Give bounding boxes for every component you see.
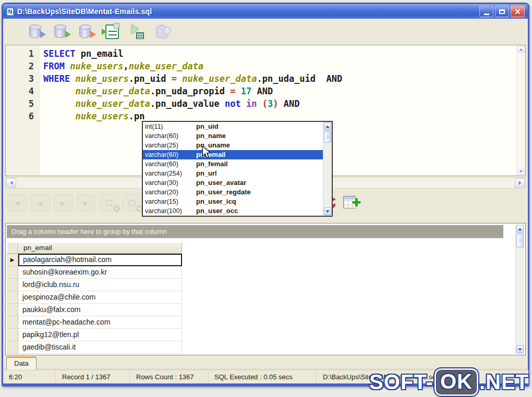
- tab-strip-divider: [3, 369, 528, 369]
- maximize-button[interactable]: [495, 6, 509, 17]
- minimize-icon: [484, 14, 489, 15]
- code-text: SELECT pn_email: [40, 47, 124, 60]
- maximize-icon: [499, 9, 505, 14]
- table-row[interactable]: ▶paolagarciah@hotmail.com: [7, 254, 182, 266]
- title-bar[interactable]: D:\BackUps\SiteDB\Mentat-Emails.sql ✕: [3, 4, 528, 19]
- line-number: 2: [6, 60, 40, 72]
- database-cylinder-icon: [54, 24, 66, 38]
- email-cell[interactable]: papikg12@tlen.pl: [18, 329, 182, 341]
- table-row[interactable]: suhosin@koreaexim.go.kr: [7, 266, 182, 279]
- grid-scroll-down-icon[interactable]: [516, 345, 524, 353]
- autocomplete-item[interactable]: varchar(30)pn_user_avatar: [143, 178, 323, 188]
- code-line[interactable]: 4 nuke_user_data.pn_uda_propid = 17 AND: [6, 85, 525, 97]
- email-cell[interactable]: lord@iclub.nsu.ru: [18, 279, 182, 291]
- autocomplete-item[interactable]: int(11)pn_uid: [143, 122, 323, 131]
- group-by-panel[interactable]: Drag a column header here to group by th…: [7, 225, 503, 238]
- close-button[interactable]: ✕: [511, 6, 525, 17]
- code-line[interactable]: 5 nuke_user_data.pn_uda_value not in (3)…: [6, 97, 525, 110]
- grid-scroll-up-icon[interactable]: [516, 225, 524, 233]
- row-indicator-header: [7, 242, 18, 254]
- autocomplete-item[interactable]: varchar(25)pn_uname: [143, 141, 323, 150]
- scroll-down-icon[interactable]: [517, 168, 525, 175]
- scroll-right-icon[interactable]: [515, 178, 525, 188]
- autocomplete-item[interactable]: varchar(20)pn_user_regdate: [143, 188, 323, 197]
- column-type: int(11): [143, 122, 196, 131]
- row-indicator: [7, 279, 18, 291]
- execute-update-button[interactable]: [77, 22, 97, 42]
- status-bar: 6:20 Record 1 / 1367 Rows Count : 1367 S…: [3, 370, 528, 383]
- column-name: pn_url: [196, 169, 217, 178]
- email-cell[interactable]: mentat@pc-headache.com: [18, 316, 182, 329]
- dropdown-scroll-thumb[interactable]: [324, 131, 331, 143]
- status-time: 6:20: [3, 370, 56, 383]
- grid-scroll-thumb[interactable]: [516, 234, 524, 247]
- column-header-pn-email[interactable]: pn_email: [18, 242, 182, 254]
- prior-record-button[interactable]: ◄: [30, 194, 50, 212]
- badge-icon: +: [113, 205, 120, 212]
- scroll-up-icon[interactable]: [517, 46, 525, 53]
- editor-vertical-scrollbar[interactable]: [516, 45, 525, 176]
- autocomplete-item[interactable]: varchar(60)pn_name: [143, 131, 323, 141]
- grid-vertical-scrollbar[interactable]: [515, 225, 524, 354]
- app-window: D:\BackUps\SiteDB\Mentat-Emails.sql ✕ 1S…: [2, 3, 529, 387]
- status-sql-executed: SQL Executed : 0.05 secs: [209, 370, 317, 383]
- code-text: WHERE nuke_users.pn_uid = nuke_user_data…: [40, 72, 342, 85]
- delete-record-button[interactable]: ▢✕: [122, 194, 142, 212]
- column-type: varchar(254): [143, 169, 196, 178]
- code-line[interactable]: 1SELECT pn_email: [6, 47, 525, 60]
- line-number: 1: [6, 47, 40, 60]
- email-cell[interactable]: gaedib@tiscali.it: [18, 341, 182, 354]
- row-indicator: [7, 329, 18, 341]
- scroll-left-icon[interactable]: [6, 178, 16, 188]
- row-indicator: [7, 266, 18, 279]
- mouse-cursor-icon: [201, 146, 213, 158]
- export-grid-button[interactable]: ✚: [343, 195, 359, 209]
- edit-mode-button[interactable]: [152, 22, 172, 42]
- table-row[interactable]: papikg12@tlen.pl: [7, 329, 182, 341]
- code-line[interactable]: 2FROM nuke_users,nuke_user_data: [6, 60, 525, 72]
- tab-data[interactable]: Data: [6, 356, 37, 369]
- column-type: varchar(30): [143, 178, 196, 188]
- column-name: pn_user_regdate: [196, 188, 251, 197]
- autocomplete-item[interactable]: varchar(60)pn_email: [143, 150, 323, 159]
- insert-record-button[interactable]: ▢+: [99, 194, 119, 212]
- minimize-button[interactable]: [479, 6, 493, 17]
- email-cell[interactable]: joespinoza@chile.com: [18, 291, 182, 304]
- explain-plan-button[interactable]: [127, 22, 147, 42]
- dropdown-scroll-up-icon[interactable]: [324, 122, 331, 130]
- edit-mode-icon: [156, 25, 168, 39]
- row-indicator: [7, 316, 18, 329]
- dropdown-scroll-down-icon[interactable]: [324, 207, 331, 215]
- column-name: pn_user_avatar: [196, 178, 246, 188]
- email-cell[interactable]: paukku@falx.com: [18, 304, 182, 316]
- dropdown-scrollbar[interactable]: [323, 122, 332, 216]
- insert-record-icon: ▢: [105, 198, 113, 207]
- table-row[interactable]: mentat@pc-headache.com: [7, 316, 182, 329]
- autocomplete-item[interactable]: varchar(100)pn_user_occ: [143, 206, 323, 216]
- first-record-button[interactable]: ◄: [7, 194, 27, 212]
- code-line[interactable]: 3WHERE nuke_users.pn_uid = nuke_user_dat…: [6, 72, 525, 85]
- table-row[interactable]: lord@iclub.nsu.ru: [7, 279, 182, 291]
- column-type: varchar(20): [143, 188, 196, 197]
- run-script-button[interactable]: [102, 22, 122, 42]
- main-toolbar: [3, 19, 528, 45]
- last-record-button[interactable]: ►: [76, 194, 96, 212]
- connect-database-button[interactable]: [27, 22, 47, 42]
- email-cell[interactable]: paolagarciah@hotmail.com: [18, 254, 182, 266]
- window-title: D:\BackUps\SiteDB\Mentat-Emails.sql: [17, 7, 479, 16]
- status-rows-count: Rows Count : 1367: [130, 370, 209, 383]
- column-type: varchar(15): [143, 197, 196, 206]
- autocomplete-item[interactable]: varchar(15)pn_user_icq: [143, 197, 323, 206]
- table-row[interactable]: joespinoza@chile.com: [7, 291, 182, 304]
- autocomplete-dropdown[interactable]: int(11)pn_uidvarchar(60)pn_namevarchar(2…: [142, 121, 333, 217]
- table-row[interactable]: paukku@falx.com: [7, 304, 182, 316]
- explain-plan-icon: [130, 24, 144, 39]
- autocomplete-item[interactable]: varchar(254)pn_url: [143, 169, 323, 178]
- app-icon: [6, 7, 14, 16]
- table-row[interactable]: gaedib@tiscali.it: [7, 341, 182, 354]
- next-record-button[interactable]: ►: [53, 194, 73, 212]
- email-cell[interactable]: suhosin@koreaexim.go.kr: [18, 266, 182, 279]
- column-type: varchar(60): [143, 150, 196, 159]
- autocomplete-item[interactable]: varchar(60)pn_femail: [143, 159, 323, 169]
- execute-query-button[interactable]: [52, 22, 72, 42]
